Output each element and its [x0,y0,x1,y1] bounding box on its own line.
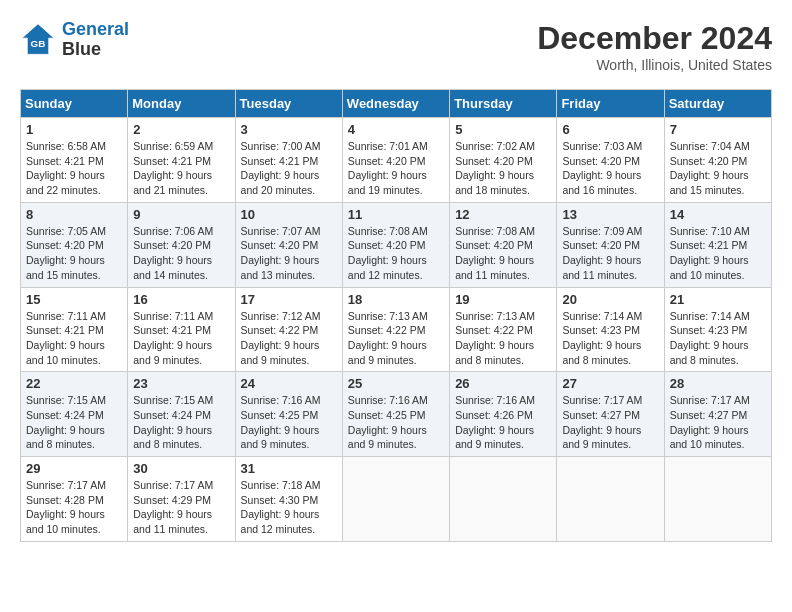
daylight-line: Daylight: 9 hours [241,339,320,351]
day-number: 16 [133,292,229,307]
day-number: 29 [26,461,122,476]
daylight-minutes: and 9 minutes. [562,438,631,450]
calendar-cell: 28 Sunrise: 7:17 AM Sunset: 4:27 PM Dayl… [664,372,771,457]
sunset-line: Sunset: 4:26 PM [455,409,533,421]
sunset-line: Sunset: 4:20 PM [670,155,748,167]
daylight-line: Daylight: 9 hours [562,169,641,181]
day-number: 18 [348,292,444,307]
day-info: Sunrise: 7:05 AM Sunset: 4:20 PM Dayligh… [26,224,122,283]
day-number: 23 [133,376,229,391]
day-info: Sunrise: 6:59 AM Sunset: 4:21 PM Dayligh… [133,139,229,198]
sunrise-line: Sunrise: 7:09 AM [562,225,642,237]
sunrise-line: Sunrise: 7:01 AM [348,140,428,152]
sunrise-line: Sunrise: 7:17 AM [133,479,213,491]
logo-icon: GB [20,22,56,58]
calendar-title: December 2024 [537,20,772,57]
sunset-line: Sunset: 4:20 PM [455,155,533,167]
day-info: Sunrise: 7:16 AM Sunset: 4:26 PM Dayligh… [455,393,551,452]
daylight-minutes: and 19 minutes. [348,184,423,196]
header-tuesday: Tuesday [235,90,342,118]
sunrise-line: Sunrise: 7:13 AM [455,310,535,322]
sunset-line: Sunset: 4:22 PM [241,324,319,336]
calendar-header-row: SundayMondayTuesdayWednesdayThursdayFrid… [21,90,772,118]
sunset-line: Sunset: 4:24 PM [133,409,211,421]
day-number: 13 [562,207,658,222]
calendar-cell: 15 Sunrise: 7:11 AM Sunset: 4:21 PM Dayl… [21,287,128,372]
sunrise-line: Sunrise: 7:12 AM [241,310,321,322]
daylight-line: Daylight: 9 hours [133,169,212,181]
daylight-minutes: and 9 minutes. [455,438,524,450]
daylight-line: Daylight: 9 hours [133,339,212,351]
sunset-line: Sunset: 4:21 PM [133,324,211,336]
daylight-line: Daylight: 9 hours [670,424,749,436]
daylight-minutes: and 10 minutes. [26,523,101,535]
daylight-line: Daylight: 9 hours [133,508,212,520]
day-info: Sunrise: 7:17 AM Sunset: 4:27 PM Dayligh… [562,393,658,452]
calendar-cell: 12 Sunrise: 7:08 AM Sunset: 4:20 PM Dayl… [450,202,557,287]
day-info: Sunrise: 7:02 AM Sunset: 4:20 PM Dayligh… [455,139,551,198]
daylight-line: Daylight: 9 hours [26,508,105,520]
sunset-line: Sunset: 4:20 PM [241,239,319,251]
sunrise-line: Sunrise: 7:15 AM [133,394,213,406]
daylight-minutes: and 11 minutes. [133,523,208,535]
sunset-line: Sunset: 4:20 PM [26,239,104,251]
header-wednesday: Wednesday [342,90,449,118]
logo-text: General Blue [62,20,129,60]
sunrise-line: Sunrise: 6:59 AM [133,140,213,152]
sunset-line: Sunset: 4:21 PM [241,155,319,167]
sunset-line: Sunset: 4:30 PM [241,494,319,506]
sunset-line: Sunset: 4:20 PM [133,239,211,251]
daylight-minutes: and 22 minutes. [26,184,101,196]
day-number: 1 [26,122,122,137]
day-number: 3 [241,122,337,137]
header-friday: Friday [557,90,664,118]
day-info: Sunrise: 7:13 AM Sunset: 4:22 PM Dayligh… [455,309,551,368]
day-number: 15 [26,292,122,307]
calendar-cell: 22 Sunrise: 7:15 AM Sunset: 4:24 PM Dayl… [21,372,128,457]
daylight-line: Daylight: 9 hours [133,254,212,266]
day-info: Sunrise: 7:07 AM Sunset: 4:20 PM Dayligh… [241,224,337,283]
day-info: Sunrise: 7:17 AM Sunset: 4:29 PM Dayligh… [133,478,229,537]
daylight-minutes: and 9 minutes. [241,438,310,450]
daylight-minutes: and 11 minutes. [562,269,637,281]
sunset-line: Sunset: 4:20 PM [348,239,426,251]
daylight-minutes: and 20 minutes. [241,184,316,196]
sunset-line: Sunset: 4:20 PM [562,239,640,251]
sunrise-line: Sunrise: 6:58 AM [26,140,106,152]
header-saturday: Saturday [664,90,771,118]
daylight-line: Daylight: 9 hours [241,508,320,520]
sunset-line: Sunset: 4:27 PM [670,409,748,421]
week-row-4: 22 Sunrise: 7:15 AM Sunset: 4:24 PM Dayl… [21,372,772,457]
week-row-2: 8 Sunrise: 7:05 AM Sunset: 4:20 PM Dayli… [21,202,772,287]
day-info: Sunrise: 7:14 AM Sunset: 4:23 PM Dayligh… [670,309,766,368]
daylight-line: Daylight: 9 hours [455,339,534,351]
daylight-line: Daylight: 9 hours [670,169,749,181]
daylight-line: Daylight: 9 hours [455,254,534,266]
daylight-line: Daylight: 9 hours [26,169,105,181]
calendar-cell: 10 Sunrise: 7:07 AM Sunset: 4:20 PM Dayl… [235,202,342,287]
day-number: 27 [562,376,658,391]
day-number: 2 [133,122,229,137]
sunset-line: Sunset: 4:28 PM [26,494,104,506]
daylight-minutes: and 9 minutes. [133,354,202,366]
day-info: Sunrise: 7:08 AM Sunset: 4:20 PM Dayligh… [348,224,444,283]
calendar-cell: 26 Sunrise: 7:16 AM Sunset: 4:26 PM Dayl… [450,372,557,457]
calendar-cell [664,457,771,542]
day-number: 5 [455,122,551,137]
daylight-line: Daylight: 9 hours [455,424,534,436]
sunrise-line: Sunrise: 7:05 AM [26,225,106,237]
calendar-cell: 20 Sunrise: 7:14 AM Sunset: 4:23 PM Dayl… [557,287,664,372]
day-info: Sunrise: 7:04 AM Sunset: 4:20 PM Dayligh… [670,139,766,198]
day-number: 20 [562,292,658,307]
sunset-line: Sunset: 4:21 PM [670,239,748,251]
week-row-3: 15 Sunrise: 7:11 AM Sunset: 4:21 PM Dayl… [21,287,772,372]
logo-line2: Blue [62,40,129,60]
sunrise-line: Sunrise: 7:18 AM [241,479,321,491]
daylight-minutes: and 13 minutes. [241,269,316,281]
daylight-line: Daylight: 9 hours [26,424,105,436]
sunrise-line: Sunrise: 7:08 AM [455,225,535,237]
week-row-1: 1 Sunrise: 6:58 AM Sunset: 4:21 PM Dayli… [21,118,772,203]
daylight-minutes: and 10 minutes. [670,269,745,281]
daylight-minutes: and 9 minutes. [348,354,417,366]
page-header: GB General Blue December 2024 Worth, Ill… [20,20,772,73]
